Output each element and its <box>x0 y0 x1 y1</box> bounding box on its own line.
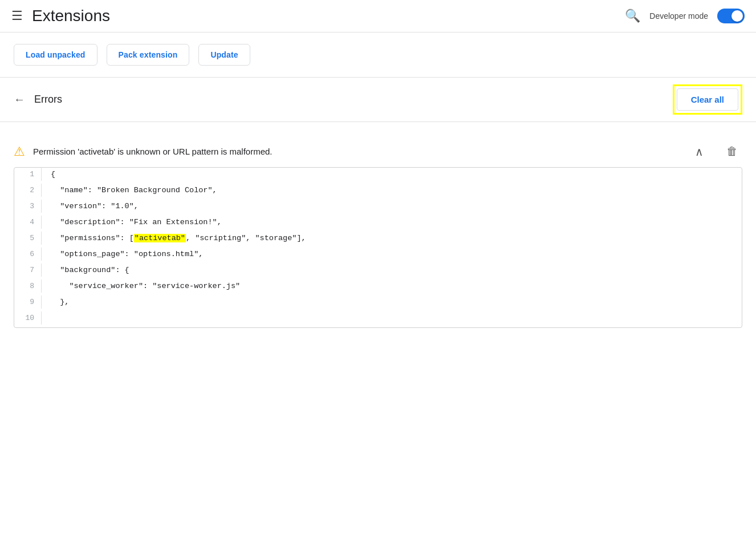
line-number: 5 <box>14 232 42 245</box>
developer-mode-toggle[interactable] <box>717 9 745 23</box>
code-line: 1{ <box>14 168 742 184</box>
clear-all-wrapper: Clear all <box>673 84 742 115</box>
line-number: 6 <box>14 248 42 261</box>
line-content: "version": "1.0", <box>42 200 742 213</box>
toggle-track <box>717 9 745 23</box>
expand-icon[interactable]: ∧ <box>695 145 704 159</box>
code-line: 2 "name": "Broken Background Color", <box>14 184 742 200</box>
line-number: 8 <box>14 279 42 293</box>
line-number: 2 <box>14 184 42 197</box>
code-line: 8 "service_worker": "service-worker.js" <box>14 279 742 295</box>
line-number: 7 <box>14 264 42 277</box>
line-content: "options_page": "options.html", <box>42 248 742 261</box>
developer-mode-label: Developer mode <box>649 11 708 21</box>
code-line: 9 }, <box>14 295 742 311</box>
line-content: "description": "Fix an Extension!", <box>42 216 742 229</box>
line-content <box>42 311 742 316</box>
code-line: 7 "background": { <box>14 264 742 279</box>
code-line: 10 <box>14 311 742 327</box>
clear-all-button[interactable]: Clear all <box>677 88 738 111</box>
line-content: "name": "Broken Background Color", <box>42 184 742 197</box>
errors-bar: ← Errors Clear all <box>0 77 756 122</box>
line-content: "service_worker": "service-worker.js" <box>42 279 742 293</box>
error-header: ⚠ Permission 'activetab' is unknown or U… <box>14 136 742 167</box>
line-number: 3 <box>14 200 42 213</box>
line-number: 4 <box>14 216 42 229</box>
header: ☰ Extensions 🔍 Developer mode <box>0 0 756 33</box>
line-content: { <box>42 168 742 181</box>
line-number: 9 <box>14 295 42 309</box>
code-line: 5 "permissions": ["activetab", "scriptin… <box>14 232 742 248</box>
code-line: 4 "description": "Fix an Extension!", <box>14 216 742 232</box>
pack-extension-button[interactable]: Pack extension <box>107 44 190 66</box>
back-button[interactable]: ← <box>14 93 25 106</box>
delete-icon[interactable]: 🗑 <box>722 143 742 160</box>
menu-icon[interactable]: ☰ <box>11 9 23 23</box>
search-icon[interactable]: 🔍 <box>625 9 640 23</box>
line-number: 10 <box>14 311 42 325</box>
line-number: 1 <box>14 168 42 181</box>
line-content: "permissions": ["activetab", "scripting"… <box>42 232 742 245</box>
page-title: Extensions <box>32 7 625 25</box>
highlighted-text: "activetab" <box>134 234 186 242</box>
toggle-thumb <box>731 10 743 22</box>
code-line: 3 "version": "1.0", <box>14 200 742 216</box>
error-message: Permission 'activetab' is unknown or URL… <box>33 147 695 156</box>
update-button[interactable]: Update <box>198 44 250 66</box>
line-content: }, <box>42 295 742 309</box>
header-right: 🔍 Developer mode <box>625 9 745 23</box>
line-content: "background": { <box>42 264 742 277</box>
toolbar: Load unpacked Pack extension Update <box>0 33 756 77</box>
error-section: ⚠ Permission 'activetab' is unknown or U… <box>14 136 742 328</box>
code-line: 6 "options_page": "options.html", <box>14 248 742 264</box>
load-unpacked-button[interactable]: Load unpacked <box>14 44 97 66</box>
errors-title: Errors <box>34 94 673 106</box>
code-block: 1{2 "name": "Broken Background Color",3 … <box>14 167 742 328</box>
warning-icon: ⚠ <box>14 144 25 159</box>
